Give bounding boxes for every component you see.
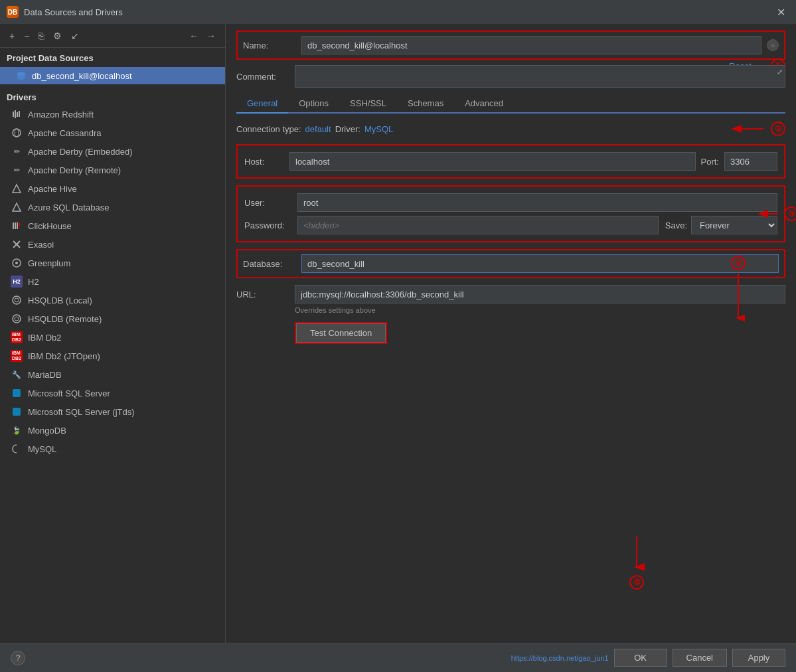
driver-item-apache-cassandra[interactable]: Apache Cassandra (0, 124, 225, 142)
nav-arrows: ← → (187, 29, 218, 42)
svg-rect-21 (13, 389, 21, 397)
svg-point-6 (15, 129, 19, 137)
driver-item-exasol[interactable]: Exasol (0, 235, 225, 254)
driver-item-amazon-redshift[interactable]: Amazon Redshift (0, 105, 225, 124)
ibm-db2-icon: IBMDB2 (11, 331, 23, 343)
h2-icon: H2 (11, 276, 23, 288)
driver-item-mssql-jtds[interactable]: Microsoft SQL Server (jTds) (0, 402, 225, 421)
blog-link[interactable]: https://blog.csdn.net/gao_jun1 (511, 654, 609, 662)
tab-general[interactable]: General (236, 94, 288, 114)
driver-item-hsqldb-local[interactable]: HSQLDB (Local) (0, 291, 225, 309)
driver-label: Microsoft SQL Server (jTds) (28, 407, 135, 417)
database-input[interactable] (301, 254, 779, 273)
annotation-circle-2: ② (771, 122, 785, 136)
name-input[interactable] (301, 36, 761, 54)
driver-label: IBM Db2 (JTOpen) (28, 351, 100, 361)
url-input[interactable] (295, 285, 785, 303)
driver-item-mongodb[interactable]: 🍃 MongoDB (0, 421, 225, 440)
svg-rect-2 (15, 110, 16, 118)
close-button[interactable]: ✕ (773, 5, 789, 20)
azure-sql-icon (11, 201, 23, 213)
mssql-icon (11, 387, 23, 399)
copy-button[interactable]: ⎘ (36, 29, 46, 42)
driver-item-greenplum[interactable]: Greenplum (0, 254, 225, 272)
driver-item-apache-derby-embedded[interactable]: ✏ Apache Derby (Embedded) (0, 142, 225, 161)
annotation-2-area: ② (727, 122, 785, 136)
driver-value[interactable]: MySQL (364, 124, 393, 134)
comment-input[interactable] (295, 65, 785, 88)
back-button[interactable]: ← (187, 29, 201, 42)
driver-item-azure-sql[interactable]: Azure SQL Database (0, 198, 225, 216)
driver-item-apache-hive[interactable]: Apache Hive (0, 179, 225, 198)
svg-rect-4 (19, 111, 20, 117)
password-input[interactable] (297, 216, 659, 234)
selected-datasource[interactable]: db_second_kill@localhost (0, 67, 225, 84)
mssql-jtds-icon (11, 406, 23, 418)
svg-marker-7 (13, 185, 21, 193)
driver-item-apache-derby-remote[interactable]: ✏ Apache Derby (Remote) (0, 161, 225, 179)
cancel-button[interactable]: Cancel (673, 649, 727, 667)
driver-label: Apache Cassandra (28, 128, 102, 138)
remove-button[interactable]: − (21, 29, 32, 42)
tab-options[interactable]: Options (288, 94, 339, 112)
driver-item-clickhouse[interactable]: ClickHouse (0, 216, 225, 235)
driver-item-mssql[interactable]: Microsoft SQL Server (0, 384, 225, 402)
database-wrapper: Database: (236, 249, 785, 278)
driver-label: ClickHouse (28, 221, 72, 231)
forward-button[interactable]: → (204, 29, 218, 42)
url-label: URL: (236, 290, 289, 299)
add-button[interactable]: + (7, 29, 17, 42)
driver-item-mysql[interactable]: MySQL (0, 440, 225, 458)
tab-advanced[interactable]: Advanced (454, 94, 514, 112)
url-row: URL: (236, 285, 785, 303)
host-label: Host: (244, 157, 284, 167)
annotation-3: ③ (755, 207, 796, 221)
driver-item-ibm-db2-jtopen[interactable]: IBMDB2 IBM Db2 (JTOpen) (0, 347, 225, 365)
expand-icon[interactable]: ⤢ (777, 68, 783, 76)
driver-label: MySQL (28, 444, 56, 454)
driver-label: MongoDB (28, 426, 66, 436)
apply-button[interactable]: Apply (732, 649, 785, 667)
app-icon: DB (7, 6, 19, 18)
port-input[interactable] (724, 152, 777, 171)
user-row: User: (244, 193, 777, 212)
bottom-bar: ? https://blog.csdn.net/gao_jun1 OK Canc… (0, 643, 796, 672)
driver-item-mariadb[interactable]: 🔧 MariaDB (0, 365, 225, 384)
test-connection-section: Test Connection (295, 322, 387, 344)
hsqldb-remote-icon (11, 313, 23, 325)
host-input[interactable] (289, 152, 696, 171)
credentials-wrapper: User: Password: Save: Forever Until rest… (236, 185, 785, 242)
svg-rect-10 (15, 222, 16, 229)
dialog: DB Data Sources and Drivers ✕ + − ⎘ ⚙ ↙ … (0, 0, 796, 672)
driver-item-ibm-db2[interactable]: IBMDB2 IBM Db2 (0, 328, 225, 347)
driver-label: Exasol (28, 240, 54, 250)
driver-item-hsqldb-remote[interactable]: HSQLDB (Remote) (0, 309, 225, 328)
tab-schemas[interactable]: Schemas (397, 94, 454, 112)
svg-rect-11 (17, 222, 18, 229)
tab-sshssl[interactable]: SSH/SSL (339, 94, 397, 112)
user-input[interactable] (297, 193, 777, 212)
bottom-left: ? (11, 651, 25, 665)
annotation-circle-5: ⑤ (629, 575, 644, 590)
connection-type-row: Connection type: default Driver: MySQL ② (236, 122, 785, 136)
driver-item-h2[interactable]: H2 H2 (0, 272, 225, 291)
help-button[interactable]: ? (11, 651, 25, 665)
svg-point-16 (15, 262, 18, 264)
right-panel: Name: ○ Reset ① Comment: ⤢ General Opti (226, 24, 796, 643)
test-connection-button[interactable]: Test Connection (296, 323, 386, 343)
driver-label: Apache Hive (28, 184, 77, 194)
driver-label: Azure SQL Database (28, 203, 109, 212)
svg-point-5 (13, 129, 21, 137)
name-label: Name: (243, 41, 296, 50)
driver-label: HSQLDB (Local) (28, 295, 92, 305)
tabs-row: General Options SSH/SSL Schemas Advanced (236, 94, 785, 114)
title-bar-left: DB Data Sources and Drivers (7, 6, 123, 18)
host-port-row: Host: Port: (244, 152, 777, 171)
import-button[interactable]: ↙ (68, 29, 82, 42)
ok-button[interactable]: OK (614, 649, 667, 667)
driver-list: Amazon Redshift Apache Cassandra ✏ Apach… (0, 105, 225, 458)
settings-button[interactable]: ⚙ (50, 29, 64, 42)
svg-rect-3 (17, 112, 18, 117)
save-label-text: Save: (665, 220, 687, 230)
connection-type-value: default (305, 124, 331, 134)
